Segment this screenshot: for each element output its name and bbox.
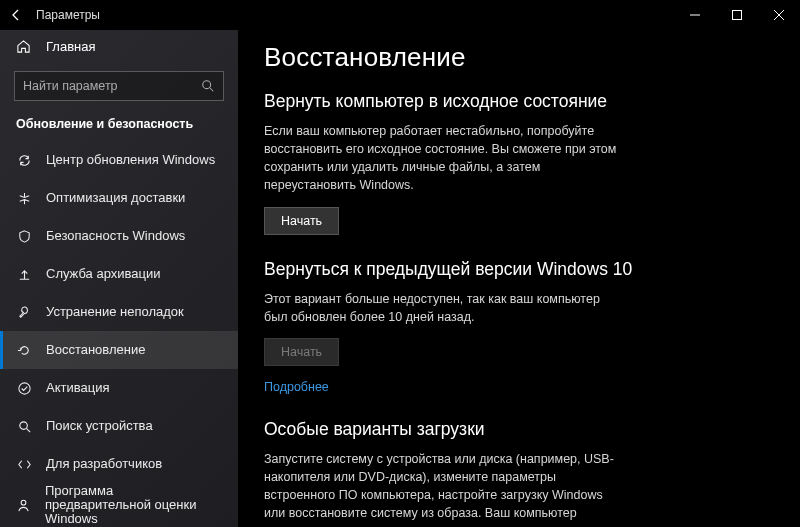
location-icon: [16, 419, 32, 434]
svg-rect-1: [733, 11, 742, 20]
close-button[interactable]: [758, 0, 800, 30]
search-input[interactable]: [23, 79, 201, 93]
svg-point-4: [203, 81, 211, 89]
previous-button: Начать: [264, 338, 339, 366]
sidebar-item-recovery[interactable]: Восстановление: [0, 331, 238, 369]
sidebar-item-label: Оптимизация доставки: [46, 191, 185, 205]
sidebar-item-update[interactable]: Центр обновления Windows: [0, 141, 238, 179]
section-body: Этот вариант больше недоступен, так как …: [264, 290, 624, 326]
sidebar-item-security[interactable]: Безопасность Windows: [0, 217, 238, 255]
sidebar-item-label: Для разработчиков: [46, 457, 162, 471]
svg-line-8: [26, 428, 30, 432]
sidebar-item-activation[interactable]: Активация: [0, 369, 238, 407]
section-previous: Вернуться к предыдущей версии Windows 10…: [264, 259, 774, 395]
sidebar-item-insider[interactable]: Программа предварительной оценки Windows: [0, 483, 238, 527]
home-label: Главная: [46, 39, 95, 54]
learn-more-link[interactable]: Подробнее: [264, 380, 329, 394]
maximize-button[interactable]: [716, 0, 758, 30]
sidebar-item-label: Служба архивации: [46, 267, 161, 281]
section-heading: Вернуть компьютер в исходное состояние: [264, 91, 774, 112]
section-heading: Особые варианты загрузки: [264, 419, 774, 440]
sidebar-item-developers[interactable]: Для разработчиков: [0, 445, 238, 483]
reset-button[interactable]: Начать: [264, 207, 339, 235]
minimize-icon: [690, 10, 700, 20]
content-pane: Восстановление Вернуть компьютер в исход…: [238, 30, 800, 527]
page-title: Восстановление: [264, 42, 774, 73]
search-icon: [201, 79, 215, 93]
recovery-icon: [16, 343, 32, 358]
close-icon: [774, 10, 784, 20]
backup-icon: [16, 267, 32, 282]
svg-point-6: [18, 382, 29, 393]
sidebar-item-label: Центр обновления Windows: [46, 153, 215, 167]
sidebar-item-label: Безопасность Windows: [46, 229, 185, 243]
sidebar-item-find-device[interactable]: Поиск устройства: [0, 407, 238, 445]
sidebar-section-head: Обновление и безопасность: [0, 111, 238, 141]
sidebar-nav: Центр обновления Windows Оптимизация дос…: [0, 141, 238, 527]
shield-icon: [16, 229, 32, 244]
sidebar-item-label: Поиск устройства: [46, 419, 153, 433]
sync-icon: [16, 153, 32, 168]
home-link[interactable]: Главная: [0, 30, 238, 63]
sidebar-item-label: Устранение неполадок: [46, 305, 184, 319]
check-icon: [16, 381, 32, 396]
section-body: Если ваш компьютер работает нестабильно,…: [264, 122, 624, 195]
search-box[interactable]: [14, 71, 224, 101]
delivery-icon: [16, 191, 32, 206]
svg-point-9: [21, 500, 26, 505]
sidebar: Главная Обновление и безопасность Центр …: [0, 30, 238, 527]
sidebar-item-label: Восстановление: [46, 343, 145, 357]
sidebar-item-troubleshoot[interactable]: Устранение неполадок: [0, 293, 238, 331]
svg-point-7: [19, 421, 27, 429]
sidebar-item-label: Активация: [46, 381, 109, 395]
section-advanced: Особые варианты загрузки Запустите систе…: [264, 419, 774, 527]
back-button[interactable]: [0, 0, 32, 30]
sidebar-item-backup[interactable]: Служба архивации: [0, 255, 238, 293]
wrench-icon: [16, 305, 32, 320]
sidebar-item-label: Программа предварительной оценки Windows: [45, 484, 222, 527]
titlebar: Параметры: [0, 0, 800, 30]
svg-line-5: [210, 88, 214, 92]
insider-icon: [16, 498, 31, 513]
minimize-button[interactable]: [674, 0, 716, 30]
section-reset: Вернуть компьютер в исходное состояние Е…: [264, 91, 774, 235]
maximize-icon: [732, 10, 742, 20]
home-icon: [16, 39, 32, 54]
window-title: Параметры: [36, 8, 100, 22]
window-controls: [674, 0, 800, 30]
arrow-left-icon: [9, 8, 23, 22]
code-icon: [16, 457, 32, 472]
section-heading: Вернуться к предыдущей версии Windows 10: [264, 259, 774, 280]
section-body: Запустите систему с устройства или диска…: [264, 450, 624, 527]
sidebar-item-delivery[interactable]: Оптимизация доставки: [0, 179, 238, 217]
